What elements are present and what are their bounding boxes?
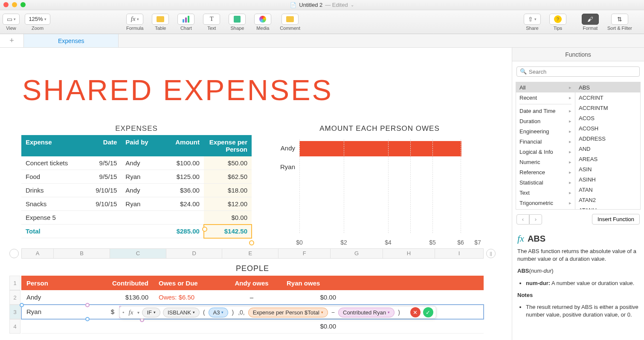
list-item[interactable]: Financial▸ [516,136,575,147]
text-icon: T [210,15,214,23]
list-item[interactable]: ABS [575,82,640,92]
table-row[interactable]: Snacks9/10/15Ryan$24.00$12.00 [21,197,252,211]
tips-icon: ? [554,15,562,23]
list-item[interactable]: ACOSH [575,123,640,133]
total-row[interactable]: Total$285.00$142.50 [21,225,252,238]
token-isblank[interactable]: ISBLANK▾ [163,308,200,317]
formula-button[interactable]: fx▾Formula [126,14,143,31]
col-per[interactable]: Expense per Person [204,135,252,156]
category-list[interactable]: All▸ Recent▸ Date and Time▸ Duration▸ En… [516,82,575,210]
search-input[interactable] [516,66,640,77]
search-icon: 🔍 [520,68,527,75]
table-row[interactable]: Andy $136.00 Owes: $6.50 – $0.00 [21,290,484,305]
list-item[interactable]: ASIN [575,164,640,174]
list-item[interactable]: ACCRINT [575,92,640,103]
col-expense[interactable]: Expense [21,135,87,156]
list-item[interactable]: ATAN [575,184,640,195]
column-headers[interactable]: A B C D E F G H I [21,248,484,259]
share-icon [528,16,533,23]
list-item[interactable]: Recent▸ [516,92,575,103]
list-item[interactable]: Duration▸ [516,116,575,126]
token-ref[interactable]: A3▾ [209,308,229,317]
people-header[interactable]: Person Contributed Owes or Due Andy owes… [21,276,484,290]
selection-handle[interactable] [20,303,24,307]
fx-icon: fx [131,15,136,23]
list-item[interactable]: ATAN2 [575,195,640,205]
list-item[interactable]: All▸ [516,82,575,92]
chart-button[interactable]: Chart [177,14,194,31]
formula-editor[interactable]: • fx▾ IF▾ ISBLANK▾ ( A3▾ ) ,0, Expense p… [119,306,436,319]
shape-button[interactable]: Shape [229,14,246,31]
back-button[interactable]: ‹ [516,214,529,225]
list-item[interactable]: Statistical▸ [516,177,575,187]
sort-filter-button[interactable]: ⇅Sort & Filter [607,14,632,31]
add-sheet-button[interactable]: + [0,34,24,47]
sort-icon: ⇅ [617,16,622,23]
table-button[interactable]: Table [152,14,169,31]
list-item[interactable]: ADDRESS [575,133,640,144]
chevron-down-icon: ⌄ [351,3,354,7]
comment-button[interactable]: Comment [280,14,300,31]
fx-icon: fx [517,233,524,244]
list-item[interactable]: ACCRINTM [575,103,640,113]
document-title[interactable]: 📄 Untitled 2 — Edited ⌄ [290,2,354,8]
token-if[interactable]: IF▾ [142,308,160,317]
tab-expenses[interactable]: Expenses [24,34,119,47]
cancel-formula-button[interactable]: ✕ [410,307,421,317]
col-amount[interactable]: Amount [160,135,204,156]
zoom-button[interactable]: 125%▾ Zoom [25,14,50,31]
col-paidby[interactable]: Paid by [121,135,160,156]
list-item[interactable]: Numeric▸ [516,157,575,167]
shape-icon [234,16,241,23]
media-button[interactable]: Media [254,14,271,31]
selection-handle[interactable] [202,227,207,232]
row-numbers: 1 2 3 4 [9,276,20,334]
selection-handle[interactable] [249,240,254,245]
table-row[interactable]: Food9/5/15Ryan$125.00$62.50 [21,170,252,184]
table-row[interactable]: Concert tickets9/5/15Andy$100.00$50.00 [21,156,252,170]
list-item[interactable]: Logical & Info▸ [516,147,575,157]
list-item[interactable]: AND [575,144,640,154]
insert-function-button[interactable]: Insert Function [592,214,640,225]
bar-chart[interactable]: Andy Ryan $0 $2 $4 $5 $6 $7 [273,139,486,250]
accept-formula-button[interactable]: ✓ [423,307,433,317]
expenses-table[interactable]: Expense Date Paid by Amount Expense per … [21,135,252,238]
col-date[interactable]: Date [87,135,122,156]
table-row[interactable]: $0.00 [21,319,484,334]
chart-cat: Ryan [270,163,295,170]
table-row[interactable]: Expense 5$0.00 [21,211,252,225]
selection-handle[interactable] [85,303,90,307]
forward-button[interactable]: › [529,214,542,225]
canvas[interactable]: SHARED EXPENSES EXPENSES Expense Date Pa… [0,48,512,340]
list-item[interactable]: AREAS [575,154,640,164]
row-handle[interactable] [9,249,19,258]
list-item[interactable]: Trigonometric▸ [516,198,575,208]
share-button[interactable]: ▾Share [524,14,541,31]
edited-label: — Edited [325,2,348,8]
function-list[interactable]: ABS ACCRINT ACCRINTM ACOS ACOSH ADDRESS … [575,82,641,210]
list-item[interactable]: Engineering▸ [516,126,575,136]
token-ref[interactable]: Contributed Ryan▾ [338,308,395,317]
token-ref[interactable]: Expense per Person $Total▾ [248,308,328,317]
format-icon: 🖌 [587,16,593,23]
sheet-tabs: + Expenses [0,34,644,48]
list-item[interactable]: Reference▸ [516,167,575,177]
list-item[interactable]: Date and Time▸ [516,106,575,116]
format-button[interactable]: 🖌Format [582,14,599,31]
list-item[interactable]: ATANH [575,205,640,210]
fx-icon: fx [127,309,135,316]
search-field[interactable]: 🔍 [516,66,640,77]
close-icon[interactable] [3,2,9,7]
row-handle[interactable]: || [486,249,496,258]
toolbar: ▭▾ View 125%▾ Zoom fx▾Formula Table Char… [0,10,644,34]
list-item[interactable]: Text▸ [516,187,575,198]
list-item[interactable]: ASINH [575,174,640,184]
tips-button[interactable]: ?Tips [549,14,566,31]
text-button[interactable]: TText [203,14,220,31]
view-button[interactable]: ▭▾ View [3,14,20,31]
list-item[interactable]: ACOS [575,113,640,123]
table-row[interactable]: Drinks9/10/15Andy$36.00$18.00 [21,184,252,197]
selection-handle[interactable] [85,317,90,321]
zoom-icon[interactable] [20,2,26,7]
minimize-icon[interactable] [12,2,17,7]
